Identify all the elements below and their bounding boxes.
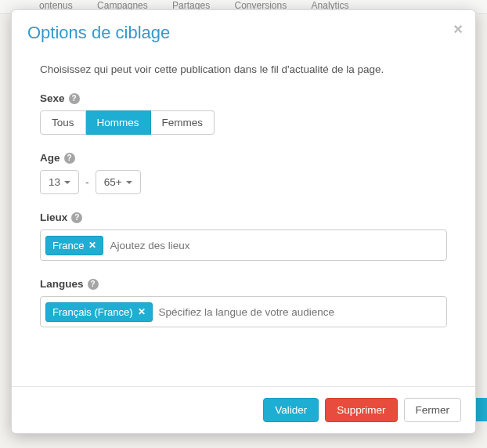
places-group: Lieux ? France ✕ (40, 211, 447, 261)
languages-label-text: Langues (40, 278, 84, 290)
age-dash: - (85, 176, 89, 189)
age-group: Age ? 13 - 65+ (40, 152, 447, 194)
places-input-container[interactable]: France ✕ (40, 229, 447, 261)
delete-button[interactable]: Supprimer (325, 398, 397, 422)
intro-text: Choisissez qui peut voir cette publicati… (40, 63, 447, 75)
targeting-modal: Options de ciblage × Choisissez qui peut… (11, 9, 476, 434)
close-icon[interactable]: × (453, 21, 463, 37)
languages-input[interactable] (159, 306, 442, 318)
age-max-value: 65+ (104, 176, 122, 188)
modal-title: Options de ciblage (27, 23, 460, 43)
sex-option-women[interactable]: Femmes (151, 110, 215, 135)
age-min-dropdown[interactable]: 13 (40, 170, 79, 194)
background-stub (476, 398, 487, 421)
close-button[interactable]: Fermer (404, 398, 462, 422)
places-input[interactable] (110, 240, 442, 251)
language-tag: Français (France) ✕ (45, 302, 153, 322)
places-label: Lieux ? (40, 211, 447, 223)
help-icon[interactable]: ? (69, 93, 80, 104)
modal-header: Options de ciblage × (12, 10, 475, 49)
sex-label-text: Sexe (40, 92, 65, 104)
modal-body: Choisissez qui peut voir cette publicati… (12, 49, 475, 386)
modal-footer: Valider Supprimer Fermer (12, 386, 475, 433)
language-tag-label: Français (France) (52, 306, 133, 318)
help-icon[interactable]: ? (64, 153, 75, 164)
chevron-down-icon (126, 181, 132, 184)
remove-tag-icon[interactable]: ✕ (88, 240, 96, 251)
help-icon[interactable]: ? (71, 212, 82, 223)
age-row: 13 - 65+ (40, 170, 447, 194)
sex-option-all[interactable]: Tous (40, 110, 86, 135)
sex-group: Sexe ? Tous Hommes Femmes (40, 92, 447, 135)
age-label-text: Age (40, 152, 60, 164)
sex-option-men[interactable]: Hommes (86, 110, 151, 135)
languages-group: Langues ? Français (France) ✕ (40, 278, 447, 327)
validate-button[interactable]: Valider (263, 398, 319, 422)
age-label: Age ? (40, 152, 447, 164)
chevron-down-icon (64, 181, 70, 184)
places-label-text: Lieux (40, 211, 67, 223)
sex-label: Sexe ? (40, 92, 447, 104)
help-icon[interactable]: ? (88, 279, 99, 290)
languages-input-container[interactable]: Français (France) ✕ (40, 296, 447, 327)
place-tag-label: France (52, 240, 84, 251)
age-min-value: 13 (49, 176, 60, 188)
sex-buttons: Tous Hommes Femmes (40, 110, 447, 135)
remove-tag-icon[interactable]: ✕ (138, 306, 146, 317)
place-tag: France ✕ (45, 236, 103, 255)
age-max-dropdown[interactable]: 65+ (96, 170, 141, 194)
languages-label: Langues ? (40, 278, 447, 290)
